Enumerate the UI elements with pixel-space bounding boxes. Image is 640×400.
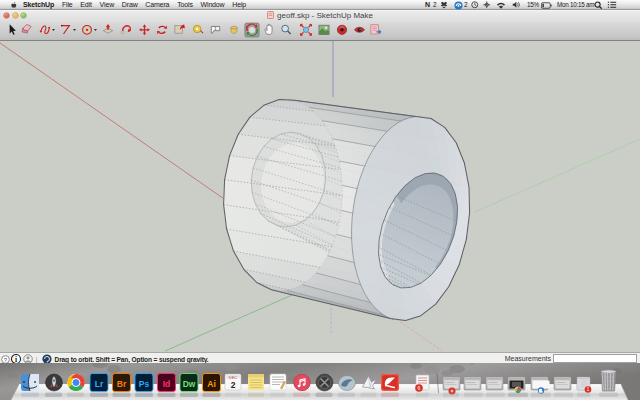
svg-text:2: 2 xyxy=(231,380,236,390)
svg-text:6: 6 xyxy=(418,385,421,391)
svg-text:Dw: Dw xyxy=(183,379,196,389)
svg-text:Lr: Lr xyxy=(95,379,104,389)
svg-text:Ai: Ai xyxy=(207,379,216,389)
svg-text:Br: Br xyxy=(117,379,127,389)
svg-text:Ps: Ps xyxy=(139,379,150,389)
svg-text:Id: Id xyxy=(163,379,171,389)
